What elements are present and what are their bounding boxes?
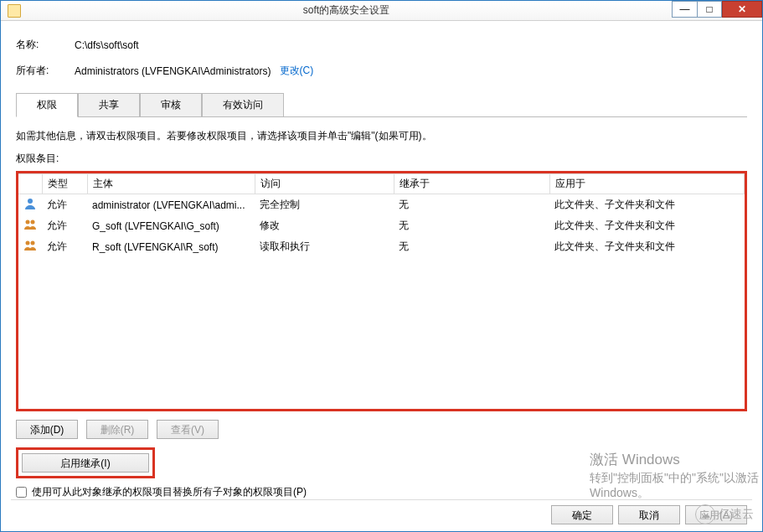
- cell-inherited: 无: [394, 215, 549, 236]
- add-button[interactable]: 添加(D): [16, 420, 78, 439]
- cell-type: 允许: [42, 236, 87, 257]
- close-button[interactable]: ✕: [722, 1, 762, 18]
- minimize-button[interactable]: —: [672, 1, 697, 18]
- cell-access: 完全控制: [255, 194, 394, 216]
- window-title: soft的高级安全设置: [21, 3, 672, 18]
- tab-effective-access[interactable]: 有效访问: [202, 93, 284, 116]
- ok-button[interactable]: 确定: [551, 505, 613, 524]
- col-type[interactable]: 类型: [42, 174, 87, 194]
- permission-row[interactable]: 允许R_soft (LVFENGKAI\R_soft)读取和执行无此文件夹、子文…: [18, 236, 745, 257]
- remove-button[interactable]: 删除(R): [86, 420, 148, 439]
- svg-point-3: [26, 241, 30, 245]
- owner-label: 所有者:: [16, 64, 75, 78]
- col-icon[interactable]: [18, 174, 42, 194]
- cell-inherited: 无: [394, 194, 549, 216]
- name-value: C:\dfs\soft\soft: [75, 39, 139, 51]
- cell-applies: 此文件夹、子文件夹和文件: [549, 215, 745, 236]
- enable-inheritance-highlight: 启用继承(I): [16, 447, 155, 478]
- permission-row[interactable]: 允许administrator (LVFENGKAI\admi...完全控制无此…: [18, 194, 745, 216]
- permission-list[interactable]: 类型 主体 访问 继承于 应用于 允许administrator (LVFENG…: [16, 171, 747, 411]
- col-access[interactable]: 访问: [255, 174, 394, 194]
- folder-icon: [8, 4, 21, 18]
- col-principal[interactable]: 主体: [87, 174, 255, 194]
- owner-value: Administrators (LVFENGKAI\Administrators…: [75, 65, 271, 77]
- cell-type: 允许: [42, 194, 87, 216]
- replace-child-permissions-label: 使用可从此对象继承的权限项目替换所有子对象的权限项目(P): [32, 485, 307, 499]
- tab-share[interactable]: 共享: [78, 93, 140, 116]
- instruction-text: 如需其他信息，请双击权限项目。若要修改权限项目，请选择该项目并单击"编辑"(如果…: [16, 129, 747, 143]
- tab-permissions[interactable]: 权限: [16, 93, 78, 117]
- cell-applies: 此文件夹、子文件夹和文件: [549, 194, 745, 216]
- cell-inherited: 无: [394, 236, 549, 257]
- cell-principal: G_soft (LVFENGKAI\G_soft): [87, 215, 255, 236]
- change-owner-link[interactable]: 更改(C): [280, 64, 314, 78]
- col-applies[interactable]: 应用于: [549, 174, 745, 194]
- col-inherited[interactable]: 继承于: [394, 174, 549, 194]
- titlebar: soft的高级安全设置 — □ ✕: [1, 1, 762, 21]
- tab-audit[interactable]: 审核: [140, 93, 202, 116]
- svg-point-0: [28, 199, 33, 204]
- svg-point-2: [31, 220, 35, 225]
- permission-row[interactable]: 允许G_soft (LVFENGKAI\G_soft)修改无此文件夹、子文件夹和…: [18, 215, 745, 236]
- group-icon: [23, 239, 37, 252]
- cell-access: 修改: [255, 215, 394, 236]
- cell-access: 读取和执行: [255, 236, 394, 257]
- cell-type: 允许: [42, 215, 87, 236]
- cancel-button[interactable]: 取消: [618, 505, 680, 524]
- view-button[interactable]: 查看(V): [157, 420, 219, 439]
- group-icon: [23, 218, 37, 231]
- svg-point-1: [26, 220, 30, 225]
- cell-principal: R_soft (LVFENGKAI\R_soft): [87, 236, 255, 257]
- cell-applies: 此文件夹、子文件夹和文件: [549, 236, 745, 257]
- user-icon: [23, 197, 37, 210]
- maximize-button[interactable]: □: [697, 1, 722, 18]
- replace-child-permissions-checkbox[interactable]: [16, 487, 27, 498]
- svg-point-4: [31, 241, 35, 245]
- enable-inheritance-button[interactable]: 启用继承(I): [22, 453, 149, 473]
- permission-entries-label: 权限条目:: [16, 152, 747, 166]
- name-label: 名称:: [16, 38, 75, 52]
- cell-principal: administrator (LVFENGKAI\admi...: [87, 194, 255, 216]
- apply-button[interactable]: 应用(A): [685, 505, 747, 524]
- tab-bar: 权限 共享 审核 有效访问: [16, 93, 747, 117]
